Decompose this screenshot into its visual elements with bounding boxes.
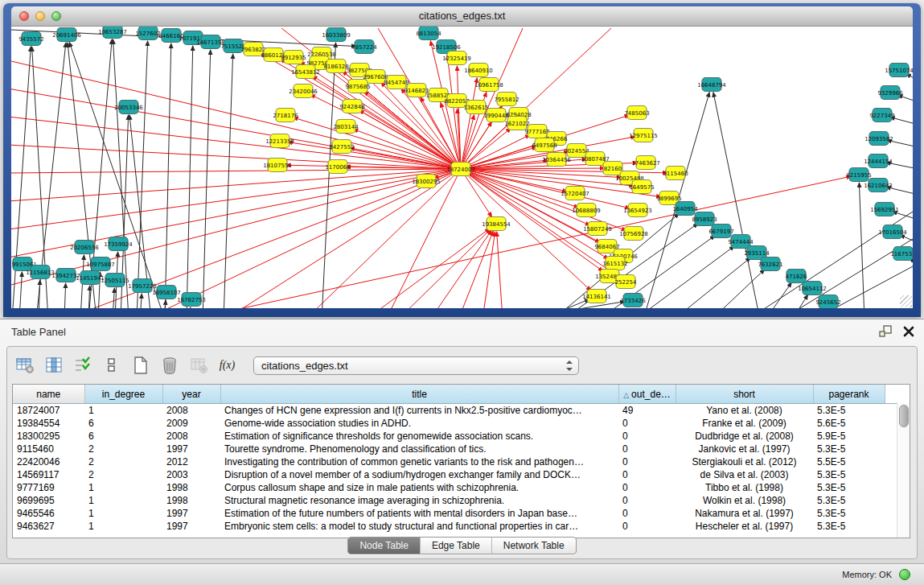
graph-edge[interactable] [766, 282, 791, 308]
graph-edge[interactable] [859, 183, 864, 308]
graph-node[interactable]: 1733426 [620, 294, 646, 307]
graph-node[interactable]: 1527602 [135, 27, 160, 40]
graph-node[interactable]: 10756928 [619, 227, 648, 241]
graph-node[interactable]: 17463627 [631, 156, 660, 170]
table-row[interactable]: 911546021997Tourette syndrome. Phenomeno… [13, 443, 910, 455]
graph-edge[interactable] [11, 169, 461, 286]
column-header-in_degree[interactable]: in_degree [84, 385, 162, 404]
graph-node[interactable]: 8215955 [846, 168, 871, 182]
graph-edge[interactable] [165, 43, 171, 308]
column-header-short[interactable]: short [676, 385, 813, 404]
column-header-out_de[interactable]: △out_de… [618, 385, 676, 404]
column-header-name[interactable]: name [13, 385, 84, 404]
graph-edge[interactable] [11, 169, 461, 201]
tab-network-table[interactable]: Network Table [491, 538, 576, 554]
graph-node[interactable]: 8427552 [329, 140, 354, 154]
graph-node[interactable]: 6497568 [532, 138, 556, 152]
graph-node[interactable]: 12975115 [629, 129, 658, 142]
table-row[interactable]: 946554611997Estimation of the future num… [13, 507, 910, 520]
column-header-pagerank[interactable]: pagerank [813, 385, 885, 404]
graph-node[interactable]: 12093582 [864, 132, 893, 146]
graph-node[interactable]: 9435572 [18, 32, 43, 46]
graph-edge[interactable] [224, 54, 233, 308]
graph-node[interactable]: 1615132 [602, 257, 627, 270]
graph-node[interactable]: 15751074 [885, 64, 913, 77]
graph-node[interactable]: 16782753 [177, 293, 206, 307]
graph-edge[interactable] [306, 169, 461, 308]
table-options-icon[interactable] [14, 355, 35, 377]
tab-node-table[interactable]: Node Table [348, 538, 420, 554]
graph-edge[interactable] [792, 295, 808, 308]
graph-node[interactable]: 19384554 [482, 217, 511, 231]
new-file-icon[interactable] [129, 355, 151, 377]
column-header-title[interactable]: title [220, 385, 618, 404]
import-table-icon[interactable] [187, 355, 209, 377]
graph-node[interactable]: 20691406 [52, 28, 81, 42]
graph-node[interactable]: 16033809 [322, 28, 351, 42]
window-titlebar[interactable]: citations_edges.txt [11, 6, 913, 27]
graph-node[interactable]: 471626 [786, 270, 807, 283]
graph-node[interactable]: 9115460 [663, 167, 688, 180]
table-row[interactable]: 1830029562008Estimation of significance … [13, 430, 910, 443]
graph-edge[interactable] [11, 169, 461, 229]
graph-node[interactable]: 252254 [615, 275, 637, 289]
graph-node[interactable]: 1640954 [672, 202, 698, 216]
close-icon[interactable] [903, 326, 914, 337]
network-canvas[interactable]: 9435572206914061065328715276026466160107… [11, 27, 913, 308]
table-row[interactable]: 977716911998Corpus callosum shape and si… [13, 481, 910, 494]
graph-node[interactable]: 8912935 [281, 51, 306, 64]
graph-node[interactable]: 13654923 [623, 204, 652, 217]
table-source-select[interactable]: citations_edges.txt [253, 356, 579, 375]
graph-node[interactable]: 12444154 [864, 154, 893, 168]
graph-node[interactable]: 12505115 [101, 274, 129, 287]
function-builder-icon[interactable]: f(x) [216, 355, 238, 377]
graph-edge[interactable] [713, 93, 760, 308]
select-rows-icon[interactable] [72, 355, 93, 377]
table-row[interactable]: 969969511998Structural magnetic resonanc… [13, 494, 910, 507]
graph-node[interactable]: 9227349 [869, 109, 894, 122]
graph-node[interactable]: 7485063 [624, 106, 649, 120]
delete-icon[interactable] [158, 355, 180, 377]
table-row[interactable]: 1456911722003Disruption of a novel membe… [13, 468, 910, 481]
graph-edge[interactable] [19, 272, 22, 308]
graph-edge[interactable] [635, 246, 734, 308]
graph-edge[interactable] [430, 230, 491, 308]
column-header-year[interactable]: year [162, 385, 220, 404]
graph-node[interactable]: 8958923 [692, 212, 717, 226]
graph-edge[interactable] [288, 142, 461, 169]
graph-node[interactable]: 6679197 [708, 225, 733, 238]
float-window-icon[interactable] [879, 325, 892, 337]
graph-node[interactable]: 82160 [603, 162, 622, 175]
table-row[interactable]: 1938455462009Genome-wide association stu… [13, 417, 910, 430]
graph-node[interactable]: 7857224 [351, 40, 377, 54]
graph-node[interactable]: 1170066 [325, 160, 351, 174]
graph-node[interactable]: 9242848 [339, 100, 364, 113]
graph-node[interactable]: 16648794 [697, 78, 726, 92]
graph-node[interactable]: 7955812 [494, 93, 519, 106]
graph-edge[interactable] [674, 257, 750, 308]
graph-edge[interactable] [64, 283, 66, 308]
graph-edge[interactable] [461, 115, 474, 169]
graph-node[interactable]: 17359924 [104, 237, 133, 251]
graph-node[interactable]: 9329966 [877, 86, 903, 100]
graph-edge[interactable] [11, 117, 461, 169]
graph-node[interactable]: 18640910 [464, 64, 493, 77]
graph-edge[interactable] [225, 169, 461, 308]
graph-edge[interactable] [310, 94, 461, 169]
graph-node[interactable]: 2803144 [333, 120, 359, 134]
graph-edge[interactable] [461, 78, 477, 169]
table-row[interactable]: 1872400712008Changes of HCN gene express… [13, 404, 910, 418]
table-row[interactable]: 946362711997Embryonic stem cells: a mode… [13, 520, 910, 533]
graph-edge[interactable] [458, 231, 493, 308]
graph-node[interactable]: 8186328 [323, 60, 348, 73]
graph-edge[interactable] [386, 169, 461, 308]
graph-edge[interactable] [187, 46, 193, 308]
table-row[interactable]: 2242004622012Investigating the contribut… [13, 455, 910, 468]
graph-node[interactable]: 10688809 [572, 204, 601, 217]
zoom-window-icon[interactable] [51, 11, 61, 21]
graph-node[interactable]: 9875685 [345, 80, 370, 93]
graph-node[interactable]: 2718176 [273, 109, 298, 122]
graph-edge[interactable] [140, 294, 142, 308]
table-vscrollbar[interactable] [897, 402, 910, 538]
scrollbar-thumb[interactable] [899, 405, 909, 427]
